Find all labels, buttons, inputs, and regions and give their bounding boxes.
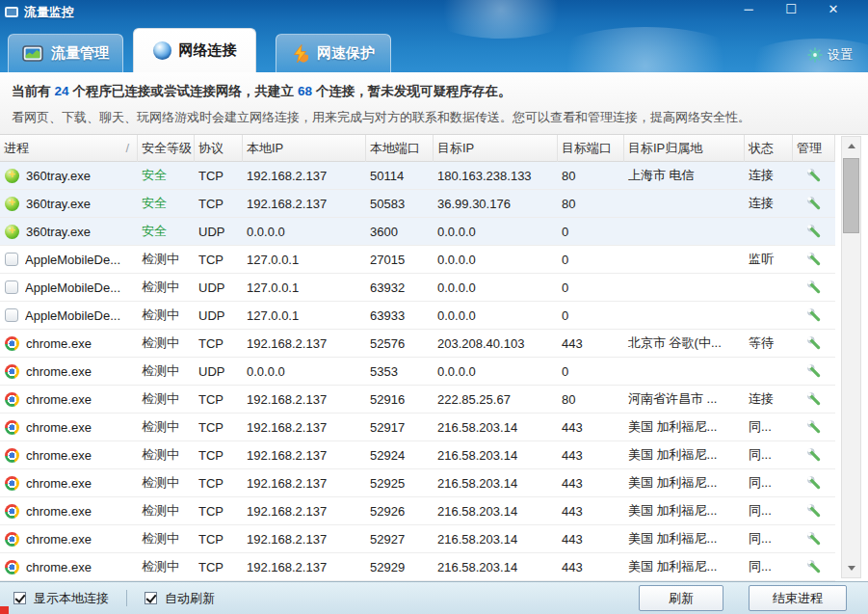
cell-remote-port: 443 (558, 504, 624, 519)
table-row[interactable]: chrome.exe 检测中 TCP 192.168.2.137 52927 2… (0, 525, 835, 553)
show-local-label: 显示本地连接 (34, 590, 109, 607)
table-row[interactable]: chrome.exe 检测中 TCP 192.168.2.137 52929 2… (0, 553, 835, 581)
manage-wrench-icon[interactable] (806, 559, 822, 574)
cell-remote-ip: 0.0.0.0 (434, 280, 558, 295)
cell-local-port: 50114 (366, 169, 434, 183)
table-row[interactable]: chrome.exe 检测中 UDP 0.0.0.0 5353 0.0.0.0 … (0, 358, 835, 386)
column-header-manage[interactable]: 管理 (793, 135, 835, 162)
refresh-button[interactable]: 刷新 (639, 585, 723, 611)
cell-process: 360tray.exe (0, 169, 138, 183)
table-row[interactable]: AppleMobileDe... 检测中 UDP 127.0.0.1 63932… (0, 274, 835, 302)
manage-wrench-icon[interactable] (806, 196, 822, 211)
cell-process: chrome.exe (0, 420, 138, 435)
end-process-button[interactable]: 结束进程 (749, 585, 847, 611)
apple-icon (5, 280, 18, 294)
table-row[interactable]: 360tray.exe 安全 UDP 0.0.0.0 3600 0.0.0.0 … (0, 218, 835, 246)
cell-status: 连接 (745, 195, 793, 212)
cell-manage (793, 196, 835, 211)
chevron-up-icon (848, 144, 855, 148)
manage-wrench-icon[interactable] (806, 475, 822, 491)
chrome-icon (5, 420, 19, 435)
table-row[interactable]: chrome.exe 检测中 TCP 192.168.2.137 52917 2… (0, 414, 835, 441)
table-row[interactable]: 360tray.exe 安全 TCP 192.168.2.137 50583 3… (0, 190, 835, 218)
process-name: chrome.exe (26, 420, 92, 435)
cell-security-level: 检测中 (138, 446, 195, 464)
cell-protocol: UDP (195, 280, 243, 295)
apple-icon (5, 253, 18, 266)
window-title: 流量监控 (24, 4, 74, 21)
cell-process: AppleMobileDe... (0, 308, 138, 323)
cell-remote-location: 北京市 谷歌(中... (624, 334, 745, 352)
cell-local-ip: 192.168.2.137 (243, 504, 366, 519)
chrome-icon (5, 364, 19, 379)
tab-bar: 流量管理 网络连接 网速保护 (8, 28, 401, 72)
cell-process: AppleMobileDe... (0, 280, 138, 295)
table-row[interactable]: chrome.exe 检测中 TCP 192.168.2.137 52916 2… (0, 386, 835, 414)
column-header-remote-ip[interactable]: 目标IP (434, 135, 558, 162)
table-row[interactable]: chrome.exe 检测中 TCP 192.168.2.137 52926 2… (0, 497, 835, 525)
cell-remote-port: 0 (558, 364, 624, 379)
column-header-remote-location[interactable]: 目标IP归属地 (624, 135, 745, 162)
cell-local-port: 52576 (366, 336, 434, 351)
scroll-down-button[interactable] (842, 559, 860, 577)
scroll-up-button[interactable] (842, 137, 860, 155)
table-row[interactable]: AppleMobileDe... 检测中 TCP 127.0.0.1 27015… (0, 246, 835, 274)
manage-wrench-icon[interactable] (806, 531, 822, 547)
manage-wrench-icon[interactable] (806, 419, 822, 435)
manage-wrench-icon[interactable] (806, 168, 822, 183)
manage-wrench-icon[interactable] (806, 503, 822, 519)
manage-wrench-icon[interactable] (806, 224, 822, 239)
manage-wrench-icon[interactable] (806, 307, 822, 323)
cloud-decoration (539, 27, 751, 72)
manage-wrench-icon[interactable] (806, 363, 822, 379)
scrollbar-thumb[interactable] (843, 158, 859, 233)
manage-wrench-icon[interactable] (806, 252, 822, 267)
tab-network-connections[interactable]: 网络连接 (133, 28, 256, 72)
close-button[interactable]: ✕ (812, 0, 855, 19)
table-row[interactable]: chrome.exe 检测中 TCP 192.168.2.137 52925 2… (0, 469, 835, 497)
show-local-checkbox-group[interactable]: 显示本地连接 (13, 590, 109, 607)
cell-local-ip: 192.168.2.137 (243, 476, 366, 491)
column-header-remote-port[interactable]: 目标端口 (558, 135, 624, 162)
column-header-security-level[interactable]: 安全等级 (138, 135, 195, 162)
show-local-checkbox[interactable] (13, 592, 26, 604)
titlebar[interactable]: 流量监控 ─ ☐ ✕ (0, 0, 868, 24)
vertical-scrollbar[interactable] (841, 136, 861, 578)
tab-traffic-management[interactable]: 流量管理 (8, 34, 123, 72)
column-header-process[interactable]: 进程/ (0, 135, 138, 162)
table-row[interactable]: AppleMobileDe... 检测中 UDP 127.0.0.1 63933… (0, 302, 835, 330)
manage-wrench-icon[interactable] (806, 391, 822, 407)
cell-security-level: 安全 (138, 223, 195, 240)
cell-protocol: TCP (195, 420, 243, 435)
column-header-local-ip[interactable]: 本地IP (243, 135, 366, 162)
cell-process: chrome.exe (0, 336, 138, 351)
cell-protocol: TCP (195, 169, 243, 183)
auto-refresh-label: 自动刷新 (165, 590, 215, 607)
minimize-button[interactable]: ─ (727, 0, 770, 19)
cell-security-level: 检测中 (138, 251, 195, 268)
manage-wrench-icon[interactable] (806, 335, 822, 351)
cell-remote-port: 0 (558, 308, 624, 323)
auto-refresh-checkbox-group[interactable]: 自动刷新 (145, 590, 215, 607)
table-row[interactable]: chrome.exe 检测中 TCP 192.168.2.137 52576 2… (0, 330, 835, 358)
cell-remote-port: 80 (558, 169, 624, 183)
tab-speed-protection[interactable]: 网速保护 (276, 34, 391, 72)
manage-wrench-icon[interactable] (806, 280, 822, 295)
summary-text: 个程序已连接或尝试连接网络，共建立 (73, 84, 295, 98)
settings-button[interactable]: 设置 (807, 46, 853, 64)
cell-protocol: UDP (195, 364, 243, 379)
cell-security-level: 检测中 (138, 390, 195, 408)
auto-refresh-checkbox[interactable] (145, 592, 157, 604)
maximize-button[interactable]: ☐ (770, 0, 812, 19)
cell-local-port: 27015 (366, 253, 434, 267)
cell-status: 同... (745, 446, 793, 464)
table-row[interactable]: chrome.exe 检测中 TCP 192.168.2.137 52924 2… (0, 441, 835, 469)
cell-protocol: TCP (195, 448, 243, 463)
cell-remote-location: 美国 加利福尼... (624, 558, 745, 575)
column-header-status[interactable]: 状态 (745, 135, 793, 162)
column-header-local-port[interactable]: 本地端口 (366, 135, 434, 162)
manage-wrench-icon[interactable] (806, 447, 822, 463)
cell-remote-port: 443 (558, 448, 624, 463)
table-row[interactable]: 360tray.exe 安全 TCP 192.168.2.137 50114 1… (0, 162, 835, 190)
column-header-protocol[interactable]: 协议 (195, 135, 243, 162)
